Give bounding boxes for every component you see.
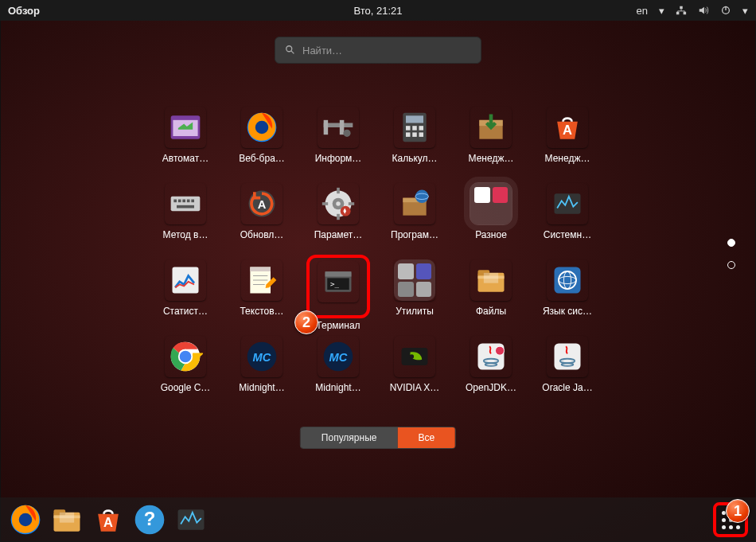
app-label: Текстов… — [240, 306, 283, 317]
svg-rect-87 — [60, 513, 74, 523]
language-icon — [547, 259, 588, 301]
dock-help[interactable]: ? — [132, 502, 167, 537]
app-label: Терминал — [316, 320, 360, 331]
app-package-globe[interactable]: Програм… — [378, 180, 451, 256]
package-globe-icon — [394, 183, 435, 224]
page-dot-2[interactable] — [727, 261, 735, 269]
app-label: Метод в… — [163, 229, 208, 240]
svg-text:A: A — [103, 515, 113, 529]
app-mc[interactable]: MCMidnight… — [302, 333, 375, 409]
svg-rect-31 — [191, 200, 194, 203]
settings-gear-icon — [318, 183, 359, 224]
search-bar[interactable] — [275, 37, 481, 64]
app-label: Системн… — [544, 229, 591, 240]
chrome-icon — [165, 336, 206, 377]
app-language[interactable]: Язык сис… — [531, 256, 604, 333]
app-text-editor[interactable]: Текстов… — [225, 256, 298, 333]
svg-rect-16 — [406, 115, 423, 123]
search-input[interactable] — [302, 45, 471, 57]
network-icon[interactable] — [676, 5, 687, 16]
svg-rect-22 — [419, 132, 424, 137]
app-stats[interactable]: Статист… — [149, 256, 222, 333]
system-monitor-icon — [547, 183, 588, 224]
app-label: Файлы — [476, 306, 506, 317]
activities-button[interactable]: Обзор — [8, 5, 40, 17]
dock-system-monitor[interactable] — [173, 502, 208, 537]
dock-firefox[interactable] — [8, 502, 43, 537]
svg-rect-1 — [684, 12, 687, 15]
svg-point-45 — [415, 190, 429, 204]
toggle-all[interactable]: Все — [397, 427, 455, 448]
app-label: Менедж… — [545, 153, 590, 164]
app-folder-misc[interactable]: Разное — [454, 180, 528, 256]
purple-window-icon — [165, 107, 206, 148]
app-label: Статист… — [163, 306, 208, 317]
svg-text:A: A — [258, 198, 267, 211]
app-label: Програм… — [391, 229, 438, 240]
svg-point-10 — [255, 121, 269, 135]
java-openjdk-icon — [470, 336, 512, 377]
app-updater[interactable]: AОбновл… — [225, 180, 298, 256]
toggle-popular[interactable]: Популярные — [301, 427, 398, 448]
app-software-center[interactable]: AМенедж… — [531, 103, 604, 180]
svg-point-83 — [19, 513, 33, 527]
app-caliper[interactable]: Информ… — [302, 103, 375, 180]
page-dot-1[interactable] — [727, 239, 735, 247]
svg-rect-17 — [406, 126, 411, 131]
app-mc[interactable]: MCMidnight… — [225, 333, 298, 409]
svg-rect-30 — [187, 200, 190, 203]
svg-rect-38 — [337, 188, 340, 193]
caliper-icon — [318, 107, 359, 148]
app-chrome[interactable]: Google C… — [149, 333, 222, 409]
folder-utils-icon — [394, 259, 435, 301]
keyboard-layout-indicator[interactable]: en — [637, 5, 648, 17]
firefox-icon — [241, 107, 283, 148]
dock-files[interactable] — [49, 502, 84, 537]
text-editor-icon — [241, 259, 283, 301]
svg-rect-39 — [337, 214, 340, 220]
svg-text:MC: MC — [253, 351, 271, 364]
app-label: Менедж… — [469, 153, 514, 164]
volume-icon[interactable] — [698, 5, 709, 16]
app-calculator[interactable]: Калькул… — [378, 103, 451, 180]
caret-down-icon: ▾ — [742, 5, 748, 17]
svg-point-78 — [496, 346, 505, 355]
app-nvidia[interactable]: NVIDIA X… — [378, 333, 451, 409]
app-folder-utils[interactable]: Утилиты — [378, 256, 451, 333]
app-system-monitor[interactable]: Системн… — [531, 180, 604, 256]
svg-rect-29 — [182, 200, 185, 203]
files-icon — [470, 259, 512, 301]
app-label: Обновл… — [240, 229, 284, 240]
app-files[interactable]: Файлы — [454, 256, 528, 333]
svg-rect-50 — [250, 267, 271, 272]
svg-rect-28 — [178, 200, 181, 203]
svg-rect-19 — [419, 126, 424, 131]
dock-software-center[interactable]: A — [91, 502, 126, 537]
app-settings-gear[interactable]: Парамет… — [302, 180, 375, 256]
svg-point-14 — [343, 130, 350, 137]
power-icon[interactable] — [720, 5, 731, 16]
app-label: Калькул… — [392, 153, 437, 164]
app-label: Google C… — [161, 382, 211, 393]
svg-rect-0 — [676, 12, 680, 15]
svg-rect-21 — [412, 132, 417, 137]
app-package-down[interactable]: Менедж… — [454, 103, 528, 180]
app-keyboard[interactable]: Метод в… — [149, 180, 222, 256]
keyboard-icon — [165, 183, 206, 224]
svg-text:MC: MC — [329, 351, 348, 364]
app-firefox[interactable]: Веб-бра… — [225, 103, 298, 180]
app-purple-window[interactable]: Автомат… — [149, 103, 222, 180]
clock[interactable]: Вто, 21:21 — [353, 5, 402, 17]
svg-rect-26 — [171, 197, 201, 211]
app-label: NVIDIA X… — [390, 382, 440, 393]
app-java-oracle[interactable]: Oracle Ja… — [531, 333, 604, 409]
app-label: Oracle Ja… — [542, 382, 592, 393]
app-terminal[interactable]: >_Терминал — [308, 256, 368, 317]
top-bar: Обзор Вто, 21:21 en ▾ ▾ — [0, 0, 756, 21]
svg-rect-27 — [173, 200, 177, 203]
svg-rect-40 — [322, 202, 328, 205]
app-java-openjdk[interactable]: OpenJDK… — [454, 333, 528, 409]
calculator-icon — [394, 107, 435, 148]
caret-down-icon: ▾ — [659, 5, 664, 17]
svg-text:>_: >_ — [330, 279, 340, 288]
